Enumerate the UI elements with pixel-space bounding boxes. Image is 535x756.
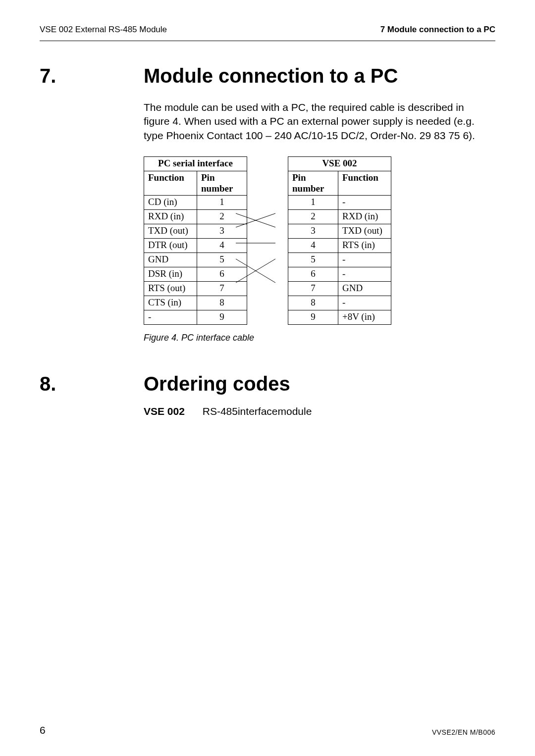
table-row: 5- (288, 253, 391, 267)
section-7-title: Module connection to a PC (144, 65, 398, 87)
table-row: 9+8V (in) (288, 310, 391, 325)
right-col-function: Function (338, 171, 391, 196)
ordering-desc: RS-485interfacemodule (203, 405, 312, 417)
pc-serial-interface-table: PC serial interface Function Pin number … (144, 156, 247, 325)
table-row: -9 (144, 310, 247, 325)
document-id: VVSE2/EN M/B006 (432, 728, 495, 736)
section-7-number: 7. (40, 65, 144, 87)
figure-4-caption: Figure 4. PC interface cable (144, 333, 476, 343)
page-number: 6 (40, 724, 46, 736)
section-8: 8. Ordering codes VSE 002 RS-485interfac… (40, 373, 495, 417)
table-row: 6- (288, 267, 391, 282)
table-row: 8- (288, 296, 391, 310)
table-row: CTS (in)8 (144, 296, 247, 310)
ordering-code-line: VSE 002 RS-485interfacemodule (144, 405, 476, 417)
ordering-code: VSE 002 (144, 405, 185, 417)
table-row: GND5 (144, 253, 247, 267)
left-col-function: Function (144, 171, 197, 196)
section-7-paragraph: The module can be used with a PC, the re… (144, 101, 476, 143)
table-row: 3TXD (out) (288, 224, 391, 239)
right-col-pin: Pin number (288, 171, 338, 196)
header-right: 7 Module connection to a PC (380, 25, 495, 35)
table-row: DTR (out)4 (144, 239, 247, 253)
table-row: TXD (out)3 (144, 224, 247, 239)
table-row: 7GND (288, 282, 391, 296)
left-col-pin: Pin number (197, 171, 247, 196)
section-8-title: Ordering codes (144, 373, 290, 395)
table-row: RTS (out)7 (144, 282, 247, 296)
right-table-title: VSE 002 (288, 157, 391, 171)
table-row: 1- (288, 196, 391, 210)
section-8-number: 8. (40, 373, 144, 395)
left-table-title: PC serial interface (144, 157, 247, 171)
page-footer: 6 VVSE2/EN M/B006 (40, 724, 495, 736)
table-row: 4RTS (in) (288, 239, 391, 253)
section-7: 7. Module connection to a PC The module … (40, 65, 495, 343)
header-left: VSE 002 External RS-485 Module (40, 25, 167, 35)
running-header: VSE 002 External RS-485 Module 7 Module … (40, 25, 495, 41)
table-row: DSR (in)6 (144, 267, 247, 282)
figure-4: PC serial interface Function Pin number … (144, 156, 481, 325)
table-row: 2RXD (in) (288, 210, 391, 224)
vse-002-table: VSE 002 Pin number Function 1- 2RXD (in)… (288, 156, 391, 325)
table-row: CD (in)1 (144, 196, 247, 210)
table-row: RXD (in)2 (144, 210, 247, 224)
